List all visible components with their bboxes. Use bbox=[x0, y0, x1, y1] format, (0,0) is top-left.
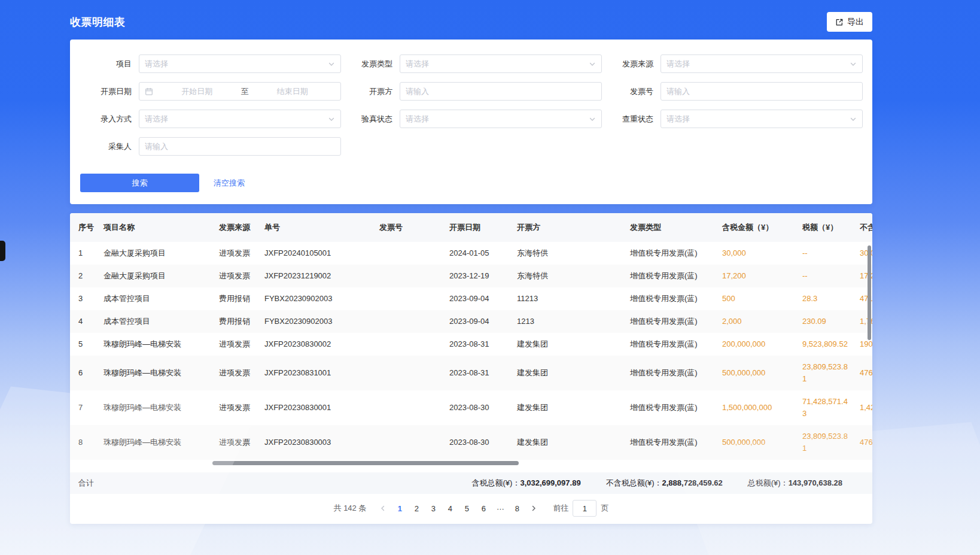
side-drawer-handle[interactable] bbox=[0, 241, 5, 261]
verify-status-label: 验真状态 bbox=[341, 114, 400, 125]
goto-page: 前往 页 bbox=[553, 500, 608, 517]
page-button-5[interactable]: 5 bbox=[458, 500, 475, 517]
cell-source: 费用报销 bbox=[211, 287, 256, 310]
chevron-down-icon bbox=[589, 116, 596, 123]
chevron-down-icon bbox=[850, 116, 857, 123]
cell-type: 增值税专用发票(蓝) bbox=[622, 265, 714, 287]
cell-doc-no: FYBX20230902003 bbox=[256, 287, 371, 310]
cell-drawer: 建发集团 bbox=[509, 333, 622, 356]
cell-drawer: 建发集团 bbox=[509, 390, 622, 425]
column-header-doc-no: 单号 bbox=[256, 213, 371, 242]
cell-source: 进项发票 bbox=[211, 265, 256, 287]
cell-tax: -- bbox=[794, 265, 851, 287]
cell-drawer: 东海特供 bbox=[509, 242, 622, 265]
drawer-label: 开票方 bbox=[341, 86, 400, 97]
invoice-type-select[interactable]: 请选择 bbox=[400, 54, 602, 73]
cell-project: 成本管控项目 bbox=[95, 310, 211, 333]
invoice-source-select[interactable]: 请选择 bbox=[661, 54, 863, 73]
cell-project: 珠穆朗玛峰—电梯安装 bbox=[95, 390, 211, 425]
cell-no: 1 bbox=[70, 242, 95, 265]
cell-tax: 71,428,571.43 bbox=[794, 390, 851, 425]
table-row[interactable]: 1 金融大厦采购项目 进项发票 JXFP20240105001 2024-01-… bbox=[70, 242, 872, 265]
form-item-invoice-no: 发票号 bbox=[602, 82, 863, 101]
column-header-no: 序号 bbox=[70, 213, 95, 242]
goto-label: 前往 bbox=[553, 503, 568, 514]
drawer-input[interactable] bbox=[406, 87, 596, 96]
table-row[interactable]: 3 成本管控项目 费用报销 FYBX20230902003 2023-09-04… bbox=[70, 287, 872, 310]
page-title: 收票明细表 bbox=[70, 15, 126, 29]
clear-search-link[interactable]: 清空搜索 bbox=[214, 178, 245, 189]
invoice-no-input-wrap bbox=[661, 82, 863, 101]
form-item-dup-status: 查重状态 请选择 bbox=[602, 110, 863, 128]
table-row[interactable]: 4 成本管控项目 费用报销 FYBX20230902003 2023-09-04… bbox=[70, 310, 872, 333]
chevron-down-icon bbox=[589, 60, 596, 68]
project-select[interactable]: 请选择 bbox=[139, 54, 341, 73]
page-button-1[interactable]: 1 bbox=[391, 500, 408, 517]
start-date-input[interactable] bbox=[154, 87, 240, 96]
entry-method-label: 录入方式 bbox=[80, 114, 139, 125]
cell-amount-incl: 2,000 bbox=[714, 310, 794, 333]
table-header-row: 序号 项目名称 发票来源 单号 发票号 开票日期 开票方 发票类型 含税金额（¥… bbox=[70, 213, 872, 242]
cell-project: 珠穆朗玛峰—电梯安装 bbox=[95, 425, 211, 460]
search-actions: 搜索 清空搜索 bbox=[80, 174, 863, 192]
cell-source: 进项发票 bbox=[211, 425, 256, 460]
table-row[interactable]: 8 珠穆朗玛峰—电梯安装 进项发票 JXFP20230830003 2023-0… bbox=[70, 425, 872, 460]
table-row[interactable]: 6 珠穆朗玛峰—电梯安装 进项发票 JXFP20230831001 2023-0… bbox=[70, 356, 872, 390]
cell-tax: 28.3 bbox=[794, 287, 851, 310]
table-viewport: 序号 项目名称 发票来源 单号 发票号 开票日期 开票方 发票类型 含税金额（¥… bbox=[70, 213, 872, 460]
table-row[interactable]: 5 珠穆朗玛峰—电梯安装 进项发票 JXFP20230830002 2023-0… bbox=[70, 333, 872, 356]
cell-project: 成本管控项目 bbox=[95, 287, 211, 310]
cell-amount-excl: 476,190,476.19 bbox=[851, 356, 872, 390]
cell-source: 进项发票 bbox=[211, 356, 256, 390]
total-amount-excl: 不含税总额(¥)：2,888,728,459.62 bbox=[606, 478, 723, 489]
table-row[interactable]: 2 金融大厦采购项目 进项发票 JXFP20231219002 2023-12-… bbox=[70, 265, 872, 287]
cell-amount-incl: 1,500,000,000 bbox=[714, 390, 794, 425]
date-range-separator: 至 bbox=[240, 86, 250, 97]
collector-input[interactable] bbox=[145, 142, 335, 151]
page-button-2[interactable]: 2 bbox=[408, 500, 425, 517]
dup-status-select[interactable]: 请选择 bbox=[661, 110, 863, 128]
invoice-no-input[interactable] bbox=[666, 87, 857, 96]
horizontal-scrollbar[interactable] bbox=[212, 461, 519, 465]
export-button[interactable]: 导出 bbox=[827, 12, 872, 32]
export-button-label: 导出 bbox=[847, 17, 864, 28]
cell-no: 3 bbox=[70, 287, 95, 310]
export-icon bbox=[835, 18, 844, 26]
cell-invoice-no bbox=[371, 390, 441, 425]
goto-page-input[interactable] bbox=[573, 500, 596, 517]
total-amount-excl-value: 2,888,728,459.62 bbox=[662, 478, 723, 487]
entry-method-select[interactable]: 请选择 bbox=[139, 110, 341, 128]
form-item-entry-method: 录入方式 请选择 bbox=[80, 110, 341, 128]
cell-invoice-no bbox=[371, 333, 441, 356]
end-date-input[interactable] bbox=[250, 87, 336, 96]
search-button[interactable]: 搜索 bbox=[80, 174, 199, 192]
cell-source: 进项发票 bbox=[211, 333, 256, 356]
verify-status-select[interactable]: 请选择 bbox=[400, 110, 602, 128]
cell-drawer: 1213 bbox=[509, 310, 622, 333]
next-page-button[interactable] bbox=[525, 500, 542, 517]
page-button-6[interactable]: 6 bbox=[475, 500, 492, 517]
column-header-type: 发票类型 bbox=[622, 213, 714, 242]
cell-doc-no: JXFP20230830002 bbox=[256, 333, 371, 356]
page-unit-label: 页 bbox=[601, 503, 608, 514]
form-item-collector: 采集人 bbox=[80, 137, 341, 156]
page-button-8[interactable]: 8 bbox=[509, 500, 525, 517]
invoice-date-label: 开票日期 bbox=[80, 86, 139, 97]
cell-invoice-no bbox=[371, 356, 441, 390]
cell-doc-no: JXFP20240105001 bbox=[256, 242, 371, 265]
vertical-scrollbar[interactable] bbox=[868, 245, 871, 340]
cell-date: 2023-09-04 bbox=[441, 310, 509, 333]
cell-date: 2023-08-30 bbox=[441, 390, 509, 425]
prev-page-button[interactable] bbox=[375, 500, 391, 517]
total-tax: 总税额(¥)：143,970,638.28 bbox=[748, 478, 842, 489]
summary-row: 合计 含税总额(¥)：3,032,699,097.89 不含税总额(¥)：2,8… bbox=[70, 472, 872, 494]
page-button-3[interactable]: 3 bbox=[425, 500, 442, 517]
cell-date: 2024-01-05 bbox=[441, 242, 509, 265]
column-header-amount-excl: 不含税金额（¥） bbox=[851, 213, 872, 242]
calendar-icon bbox=[145, 87, 153, 96]
page-button-4[interactable]: 4 bbox=[442, 500, 458, 517]
table-row[interactable]: 7 珠穆朗玛峰—电梯安装 进项发票 JXFP20230830001 2023-0… bbox=[70, 390, 872, 425]
cell-no: 4 bbox=[70, 310, 95, 333]
more-pages-button[interactable]: ··· bbox=[492, 500, 509, 517]
date-range-picker[interactable]: 至 bbox=[139, 82, 341, 101]
